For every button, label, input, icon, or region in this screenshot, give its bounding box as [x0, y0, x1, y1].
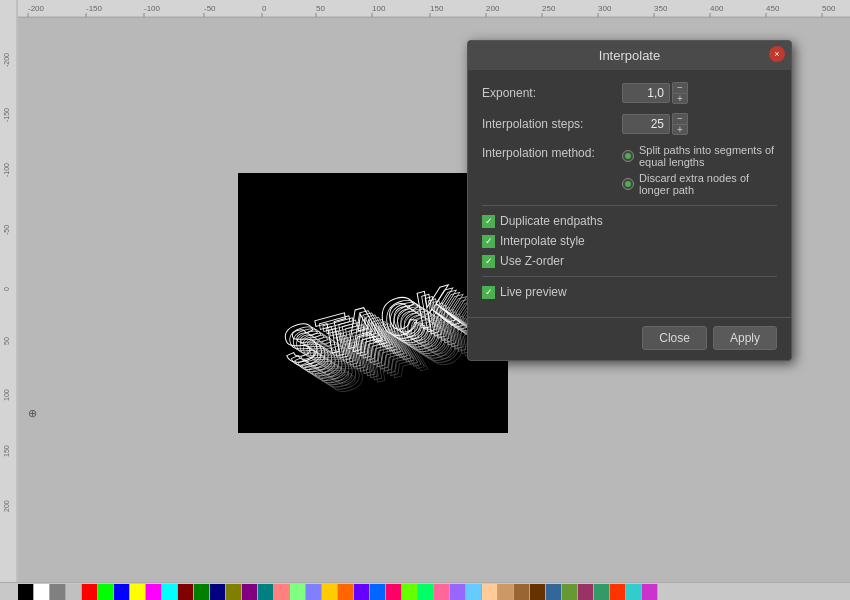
- palette-swatch-darkgreen[interactable]: [194, 584, 210, 600]
- method-option-1[interactable]: Split paths into segments of equal lengt…: [622, 144, 777, 168]
- palette-swatch-white[interactable]: [34, 584, 50, 600]
- exponent-decrement[interactable]: −: [672, 82, 688, 93]
- interpolate-dialog: Interpolate × Exponent: − + Interpolatio…: [467, 40, 792, 361]
- palette-swatch-tan[interactable]: [498, 584, 514, 600]
- dialog-title: Interpolate: [599, 48, 660, 63]
- ruler-left: -200 -150 -100 -50 0 50 100 150 200: [0, 0, 18, 600]
- svg-text:150: 150: [430, 4, 444, 13]
- svg-text:-200: -200: [3, 53, 10, 67]
- method-radio-1[interactable]: [622, 150, 634, 162]
- use-z-order-row[interactable]: Use Z-order: [482, 254, 777, 268]
- palette-swatch-mediumpurple[interactable]: [450, 584, 466, 600]
- crosshair-indicator: ⊕: [28, 407, 37, 420]
- duplicate-endpaths-checkbox[interactable]: [482, 215, 495, 228]
- steps-input[interactable]: [622, 114, 670, 134]
- duplicate-endpaths-label: Duplicate endpaths: [500, 214, 603, 228]
- palette-swatch-darkbrown[interactable]: [530, 584, 546, 600]
- live-preview-row[interactable]: Live preview: [482, 285, 777, 299]
- apply-button[interactable]: Apply: [713, 326, 777, 350]
- svg-text:50: 50: [3, 337, 10, 345]
- palette-swatch-chartreuse[interactable]: [402, 584, 418, 600]
- palette-swatch-rose[interactable]: [386, 584, 402, 600]
- dialog-footer: Close Apply: [468, 317, 791, 360]
- palette-swatch-olivedrab[interactable]: [562, 584, 578, 600]
- dialog-titlebar: Interpolate ×: [468, 41, 791, 70]
- palette-swatch-orchid[interactable]: [642, 584, 658, 600]
- palette-swatch-blue[interactable]: [114, 584, 130, 600]
- exponent-row: Exponent: − +: [482, 82, 777, 104]
- palette-swatch-maroon[interactable]: [178, 584, 194, 600]
- separator-1: [482, 205, 777, 206]
- palette-swatch-azure[interactable]: [370, 584, 386, 600]
- exponent-input[interactable]: [622, 83, 670, 103]
- use-z-order-label: Use Z-order: [500, 254, 564, 268]
- palette-swatches: [18, 584, 658, 600]
- svg-text:0: 0: [3, 287, 10, 291]
- ruler-left-svg: -200 -150 -100 -50 0 50 100 150 200: [0, 0, 18, 600]
- svg-text:-200: -200: [28, 4, 45, 13]
- palette-swatch-lightgreen[interactable]: [290, 584, 306, 600]
- palette-swatch-steelblue[interactable]: [546, 584, 562, 600]
- palette-swatch-brown[interactable]: [514, 584, 530, 600]
- palette-swatch-teal[interactable]: [258, 584, 274, 600]
- svg-text:-150: -150: [3, 108, 10, 122]
- exponent-increment[interactable]: +: [672, 93, 688, 104]
- palette-swatch-green[interactable]: [98, 584, 114, 600]
- palette-swatch-gray[interactable]: [50, 584, 66, 600]
- method-option-2[interactable]: Discard extra nodes of longer path: [622, 172, 777, 196]
- method-options: Split paths into segments of equal lengt…: [622, 144, 777, 196]
- palette-swatch-purple[interactable]: [242, 584, 258, 600]
- steps-increment[interactable]: +: [672, 124, 688, 135]
- palette-swatch-cyan[interactable]: [162, 584, 178, 600]
- svg-text:300: 300: [598, 4, 612, 13]
- use-z-order-checkbox[interactable]: [482, 255, 495, 268]
- method-radio-2[interactable]: [622, 178, 634, 190]
- palette-swatch-magenta[interactable]: [146, 584, 162, 600]
- steps-decrement[interactable]: −: [672, 113, 688, 124]
- palette-swatch-silver[interactable]: [66, 584, 82, 600]
- palette-swatch-seagreen[interactable]: [594, 584, 610, 600]
- palette-swatch-turquoise[interactable]: [626, 584, 642, 600]
- interpolate-style-row[interactable]: Interpolate style: [482, 234, 777, 248]
- palette-swatch-plum[interactable]: [578, 584, 594, 600]
- live-preview-checkbox[interactable]: [482, 286, 495, 299]
- palette-swatch-black[interactable]: [18, 584, 34, 600]
- svg-text:0: 0: [262, 4, 267, 13]
- palette-swatch-gold[interactable]: [322, 584, 338, 600]
- palette-swatch-peach[interactable]: [482, 584, 498, 600]
- interpolate-style-checkbox[interactable]: [482, 235, 495, 248]
- svg-text:-50: -50: [204, 4, 216, 13]
- palette-swatch-orange[interactable]: [338, 584, 354, 600]
- svg-text:400: 400: [710, 4, 724, 13]
- palette-swatch-scarlet[interactable]: [610, 584, 626, 600]
- palette-swatch-spring[interactable]: [418, 584, 434, 600]
- palette-swatch-violet[interactable]: [354, 584, 370, 600]
- palette-swatch-salmon[interactable]: [274, 584, 290, 600]
- palette-swatch-skyblue[interactable]: [466, 584, 482, 600]
- palette-swatch-periwinkle[interactable]: [306, 584, 322, 600]
- svg-text:150: 150: [3, 445, 10, 457]
- palette-swatch-red[interactable]: [82, 584, 98, 600]
- duplicate-endpaths-row[interactable]: Duplicate endpaths: [482, 214, 777, 228]
- separator-2: [482, 276, 777, 277]
- palette-swatch-olive[interactable]: [226, 584, 242, 600]
- steps-stepper: − +: [672, 113, 688, 135]
- ruler-top: -200 -150 -100 -50 0 50 100 150 200 250 …: [18, 0, 850, 18]
- method-row: Interpolation method: Split paths into s…: [482, 144, 777, 196]
- svg-text:100: 100: [3, 389, 10, 401]
- svg-text:250: 250: [542, 4, 556, 13]
- color-palette-bar: [0, 582, 850, 600]
- live-preview-label: Live preview: [500, 285, 567, 299]
- palette-swatch-yellow[interactable]: [130, 584, 146, 600]
- svg-text:50: 50: [316, 4, 325, 13]
- close-button[interactable]: Close: [642, 326, 707, 350]
- palette-swatch-navy[interactable]: [210, 584, 226, 600]
- palette-swatch-hotpink[interactable]: [434, 584, 450, 600]
- dialog-body: Exponent: − + Interpolation steps: − + I…: [468, 70, 791, 317]
- dialog-close-button[interactable]: ×: [769, 46, 785, 62]
- method-label: Interpolation method:: [482, 144, 622, 160]
- svg-text:-100: -100: [144, 4, 161, 13]
- exponent-stepper: − +: [672, 82, 688, 104]
- ruler-top-svg: -200 -150 -100 -50 0 50 100 150 200 250 …: [18, 0, 850, 18]
- svg-text:450: 450: [766, 4, 780, 13]
